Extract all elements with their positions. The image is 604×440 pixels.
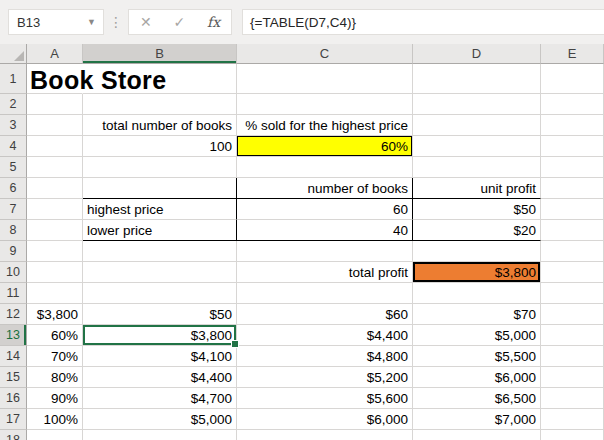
cell-D1[interactable] bbox=[413, 64, 541, 94]
cell-B6[interactable] bbox=[83, 178, 237, 199]
cell-B3[interactable]: total number of books bbox=[83, 115, 237, 136]
cell-C10[interactable]: total profit bbox=[237, 262, 413, 283]
cell-B16[interactable]: $4,700 bbox=[83, 388, 237, 409]
cell-D9[interactable] bbox=[413, 241, 541, 262]
cell-C3[interactable]: % sold for the highest price bbox=[237, 115, 413, 136]
select-all-corner[interactable] bbox=[0, 44, 27, 64]
cell-D3[interactable] bbox=[413, 115, 541, 136]
cell-D17[interactable]: $7,000 bbox=[413, 409, 541, 430]
cell-B14[interactable]: $4,100 bbox=[83, 346, 237, 367]
row-header-5[interactable]: 5 bbox=[0, 157, 27, 178]
cell-C11[interactable] bbox=[237, 283, 413, 304]
cell-A15[interactable]: 80% bbox=[27, 367, 83, 388]
cell-E8[interactable] bbox=[541, 220, 604, 241]
cell-B9[interactable] bbox=[83, 241, 237, 262]
cell-D10[interactable]: $3,800 bbox=[413, 262, 541, 283]
cell-A9[interactable] bbox=[27, 241, 83, 262]
cell-D4[interactable] bbox=[413, 136, 541, 157]
cell-E7[interactable] bbox=[541, 199, 604, 220]
row-header-9[interactable]: 9 bbox=[0, 241, 27, 262]
row-header-8[interactable]: 8 bbox=[0, 220, 27, 241]
row-header-2[interactable]: 2 bbox=[0, 94, 27, 115]
cancel-icon[interactable]: ✕ bbox=[140, 14, 152, 30]
cell-B7[interactable]: highest price bbox=[83, 199, 237, 220]
cell-B15[interactable]: $4,400 bbox=[83, 367, 237, 388]
cell-D15[interactable]: $6,000 bbox=[413, 367, 541, 388]
formula-input[interactable]: {=TABLE(D7,C4)} bbox=[242, 9, 604, 35]
row-header-1[interactable]: 1 bbox=[0, 64, 27, 94]
row-header-6[interactable]: 6 bbox=[0, 178, 27, 199]
cell-B5[interactable] bbox=[83, 157, 237, 178]
name-box-dropdown-icon[interactable]: ▼ bbox=[87, 17, 103, 27]
cell-D6[interactable]: unit profit bbox=[413, 178, 541, 199]
cell-E1[interactable] bbox=[541, 64, 604, 94]
fill-handle[interactable] bbox=[231, 340, 239, 348]
insert-function-icon[interactable]: fx bbox=[207, 14, 220, 30]
cell-B18[interactable] bbox=[83, 430, 237, 440]
cell-C7[interactable]: 60 bbox=[237, 199, 413, 220]
cell-E10[interactable] bbox=[541, 262, 604, 283]
column-header-B[interactable]: B bbox=[83, 44, 237, 64]
cell-D11[interactable] bbox=[413, 283, 541, 304]
cell-C8[interactable]: 40 bbox=[237, 220, 413, 241]
cell-C1[interactable] bbox=[237, 64, 413, 94]
row-header-18[interactable]: 18 bbox=[0, 430, 27, 440]
cell-C6[interactable]: number of books bbox=[237, 178, 413, 199]
cell-C16[interactable]: $5,600 bbox=[237, 388, 413, 409]
cell-A13[interactable]: 60% bbox=[27, 325, 83, 346]
cell-D12[interactable]: $70 bbox=[413, 304, 541, 325]
cell-E6[interactable] bbox=[541, 178, 604, 199]
cell-D2[interactable] bbox=[413, 94, 541, 115]
cell-A3[interactable] bbox=[27, 115, 83, 136]
cell-B12[interactable]: $50 bbox=[83, 304, 237, 325]
cell-A6[interactable] bbox=[27, 178, 83, 199]
cell-E5[interactable] bbox=[541, 157, 604, 178]
column-header-C[interactable]: C bbox=[237, 44, 413, 64]
cell-A16[interactable]: 90% bbox=[27, 388, 83, 409]
row-header-3[interactable]: 3 bbox=[0, 115, 27, 136]
row-header-12[interactable]: 12 bbox=[0, 304, 27, 325]
cell-A14[interactable]: 70% bbox=[27, 346, 83, 367]
row-header-10[interactable]: 10 bbox=[0, 262, 27, 283]
cell-A4[interactable] bbox=[27, 136, 83, 157]
cell-A7[interactable] bbox=[27, 199, 83, 220]
cell-A11[interactable] bbox=[27, 283, 83, 304]
cell-C17[interactable]: $6,000 bbox=[237, 409, 413, 430]
row-header-7[interactable]: 7 bbox=[0, 199, 27, 220]
row-header-11[interactable]: 11 bbox=[0, 283, 27, 304]
cell-E15[interactable] bbox=[541, 367, 604, 388]
column-header-A[interactable]: A bbox=[27, 44, 83, 64]
cell-A2[interactable] bbox=[27, 94, 83, 115]
cell-D8[interactable]: $20 bbox=[413, 220, 541, 241]
cell-C2[interactable] bbox=[237, 94, 413, 115]
row-header-16[interactable]: 16 bbox=[0, 388, 27, 409]
cell-C5[interactable] bbox=[237, 157, 413, 178]
cell-D5[interactable] bbox=[413, 157, 541, 178]
cell-D7[interactable]: $50 bbox=[413, 199, 541, 220]
cell-D18[interactable] bbox=[413, 430, 541, 440]
cell-E12[interactable] bbox=[541, 304, 604, 325]
cell-D14[interactable]: $5,500 bbox=[413, 346, 541, 367]
name-box[interactable]: B13 ▼ bbox=[8, 9, 104, 35]
cell-E4[interactable] bbox=[541, 136, 604, 157]
row-header-14[interactable]: 14 bbox=[0, 346, 27, 367]
cell-C14[interactable]: $4,800 bbox=[237, 346, 413, 367]
row-header-15[interactable]: 15 bbox=[0, 367, 27, 388]
cell-E2[interactable] bbox=[541, 94, 604, 115]
cell-E14[interactable] bbox=[541, 346, 604, 367]
cell-C18[interactable] bbox=[237, 430, 413, 440]
cell-A12[interactable]: $3,800 bbox=[27, 304, 83, 325]
cell-B8[interactable]: lower price bbox=[83, 220, 237, 241]
cell-E18[interactable] bbox=[541, 430, 604, 440]
cell-E13[interactable] bbox=[541, 325, 604, 346]
cell-A5[interactable] bbox=[27, 157, 83, 178]
cell-B4[interactable]: 100 bbox=[83, 136, 237, 157]
cell-A1[interactable]: Book Store bbox=[27, 64, 83, 94]
cell-A8[interactable] bbox=[27, 220, 83, 241]
cell-A18[interactable] bbox=[27, 430, 83, 440]
column-header-E[interactable]: E bbox=[541, 44, 604, 64]
cell-B2[interactable] bbox=[83, 94, 237, 115]
cell-E9[interactable] bbox=[541, 241, 604, 262]
cell-B10[interactable] bbox=[83, 262, 237, 283]
cell-E3[interactable] bbox=[541, 115, 604, 136]
